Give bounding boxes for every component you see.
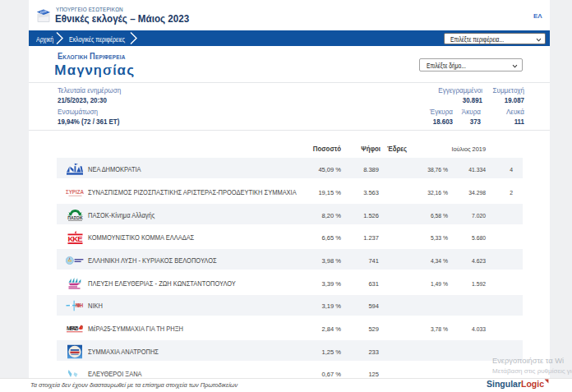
svg-text:ΣΥΡΙΖΑ: ΣΥΡΙΖΑ bbox=[66, 188, 84, 196]
svg-text:ΝΙΚΗ: ΝΙΚΗ bbox=[76, 302, 84, 308]
svg-text:ΜέΡΑ25: ΜέΡΑ25 bbox=[67, 325, 79, 331]
svg-text:ΠΑΣΟΚ: ΠΑΣΟΚ bbox=[67, 214, 83, 219]
svg-text:ΚΚΕ: ΚΚΕ bbox=[67, 234, 82, 243]
